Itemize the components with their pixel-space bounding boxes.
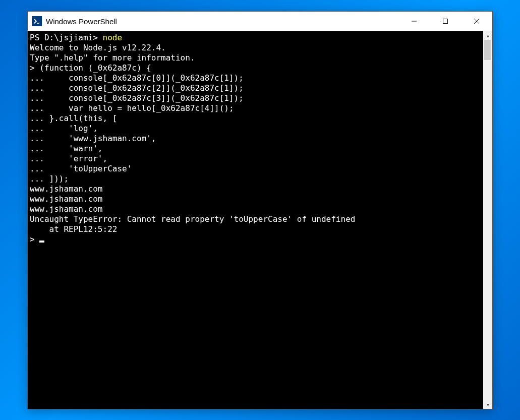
terminal-line: ... console[_0x62a87c[2]](_0x62a87c[1]);: [30, 83, 244, 93]
terminal-line: ... 'error',: [30, 154, 107, 163]
terminal-line: >: [30, 234, 39, 244]
terminal-line: ... var hello = hello[_0x62a87c[4]]();: [30, 103, 234, 113]
svg-rect-3: [443, 19, 448, 24]
powershell-window: Windows PowerShell PS D:\jsjiami> node W…: [27, 11, 493, 409]
terminal-line: www.jshaman.com: [30, 204, 103, 214]
terminal-line: www.jshaman.com: [30, 194, 103, 204]
titlebar[interactable]: Windows PowerShell: [28, 12, 492, 31]
prompt-command: node: [103, 33, 123, 42]
powershell-icon: [32, 16, 42, 26]
window-controls: [398, 12, 492, 31]
scrollbar-thumb[interactable]: [484, 40, 491, 60]
terminal-line: ... 'log',: [30, 124, 98, 133]
terminal-line: ... 'warn',: [30, 144, 103, 153]
scroll-down-icon[interactable]: ▾: [483, 400, 492, 409]
terminal-line: Type ".help" for more information.: [30, 53, 195, 63]
close-button[interactable]: [461, 12, 492, 31]
terminal-line: www.jshaman.com: [30, 184, 103, 194]
terminal-line: Welcome to Node.js v12.22.4.: [30, 43, 166, 52]
terminal-line: ... ]));: [30, 174, 69, 184]
minimize-button[interactable]: [398, 12, 430, 31]
terminal-line: ... }.call(this, [: [30, 113, 117, 123]
terminal-output[interactable]: PS D:\jsjiami> node Welcome to Node.js v…: [28, 31, 483, 409]
terminal-area: PS D:\jsjiami> node Welcome to Node.js v…: [28, 31, 492, 409]
terminal-line: ... 'toUpperCase': [30, 164, 132, 173]
terminal-line: > (function (_0x62a87c) {: [30, 63, 151, 73]
terminal-line: ... console[_0x62a87c[0]](_0x62a87c[1]);: [30, 73, 244, 83]
prompt-path: PS D:\jsjiami>: [30, 33, 103, 42]
terminal-line: Uncaught TypeError: Cannot read property…: [30, 214, 355, 224]
window-title: Windows PowerShell: [46, 17, 398, 26]
cursor: [39, 241, 44, 243]
terminal-line: ... console[_0x62a87c[3]](_0x62a87c[1]);: [30, 93, 244, 103]
terminal-line: ... 'www.jshaman.com',: [30, 134, 156, 143]
terminal-line: at REPL12:5:22: [30, 224, 117, 234]
vertical-scrollbar[interactable]: ▴ ▾: [483, 31, 492, 409]
maximize-button[interactable]: [430, 12, 461, 31]
scroll-up-icon[interactable]: ▴: [483, 31, 492, 40]
